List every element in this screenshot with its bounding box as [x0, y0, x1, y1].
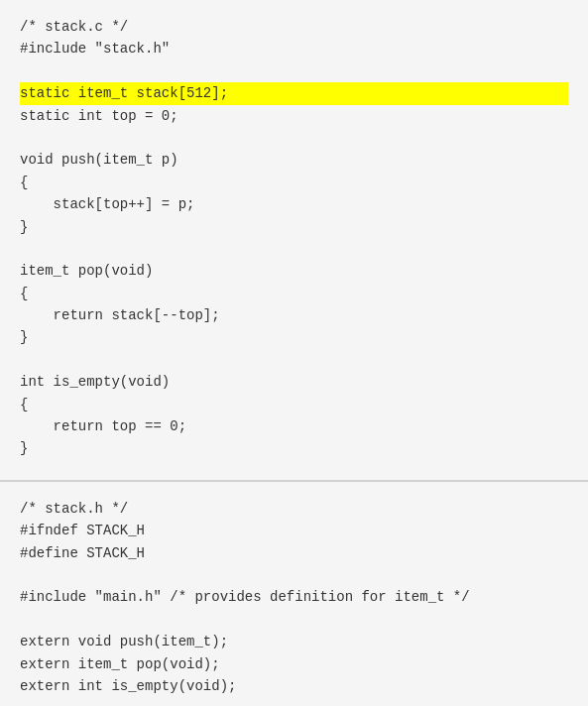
- empty-line: [20, 238, 568, 260]
- code-line: /* stack.c */: [20, 16, 568, 38]
- code-line: int is_empty(void): [20, 371, 568, 393]
- code-line: item_t pop(void): [20, 260, 568, 282]
- code-line: }: [20, 437, 568, 459]
- code-line: #ifndef STACK_H: [20, 520, 568, 541]
- code-line: static int top = 0;: [20, 105, 568, 127]
- code-line: #define STACK_H: [20, 542, 568, 564]
- code-line: {: [20, 172, 568, 193]
- code-container: /* stack.c */#include "stack.h"static it…: [0, 0, 588, 706]
- code-line: return top == 0;: [20, 415, 568, 437]
- code-line: }: [20, 326, 568, 348]
- code-line: void push(item_t p): [20, 149, 568, 171]
- code-line: extern item_t pop(void);: [20, 653, 568, 675]
- empty-line: [20, 349, 568, 371]
- code-line: }: [20, 216, 568, 238]
- empty-line: [20, 697, 568, 706]
- code-line: /* stack.h */: [20, 498, 568, 520]
- empty-line: [20, 564, 568, 586]
- code-line: #include "main.h" /* provides definition…: [20, 586, 568, 608]
- code-line: {: [20, 283, 568, 304]
- empty-line: [20, 609, 568, 631]
- code-block-stack-h: /* stack.h */#ifndef STACK_H#define STAC…: [0, 482, 588, 706]
- code-line: {: [20, 394, 568, 415]
- empty-line: [20, 60, 568, 82]
- code-block-stack-c: /* stack.c */#include "stack.h"static it…: [0, 0, 588, 480]
- code-line: stack[top++] = p;: [20, 193, 568, 215]
- code-line: extern int is_empty(void);: [20, 675, 568, 697]
- code-line: return stack[--top];: [20, 304, 568, 326]
- empty-line: [20, 127, 568, 149]
- code-line: static item_t stack[512];: [20, 82, 568, 104]
- code-line: #include "stack.h": [20, 38, 568, 59]
- code-line: extern void push(item_t);: [20, 631, 568, 652]
